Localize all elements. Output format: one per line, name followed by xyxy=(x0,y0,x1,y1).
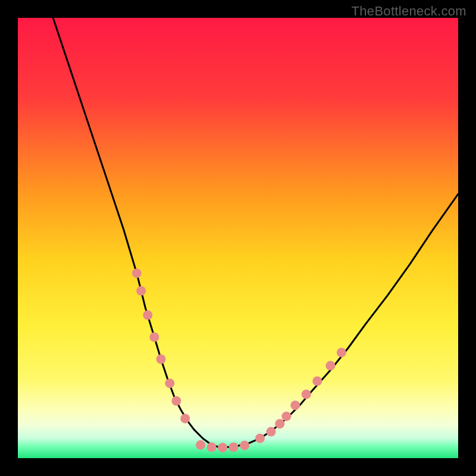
bead-left xyxy=(180,414,190,423)
watermark-text: TheBottleneck.com xyxy=(352,4,466,19)
bead-right xyxy=(281,412,291,421)
bead-bottom xyxy=(240,441,249,450)
bead-left xyxy=(136,286,146,296)
bead-bottom xyxy=(196,440,205,450)
bead-bottom xyxy=(207,443,217,452)
bead-left xyxy=(143,311,152,320)
bead-right xyxy=(255,434,265,443)
bead-left xyxy=(132,268,142,278)
bead-right xyxy=(325,361,335,371)
bead-right xyxy=(312,377,322,386)
chart-svg xyxy=(18,18,458,458)
bead-right xyxy=(275,419,284,428)
gradient-background xyxy=(18,18,458,458)
bead-left xyxy=(165,378,174,388)
bead-right xyxy=(337,347,346,357)
bead-left xyxy=(171,396,181,406)
bead-left xyxy=(156,355,166,364)
bead-bottom xyxy=(218,443,227,452)
bead-right xyxy=(290,400,300,410)
bottleneck-chart xyxy=(18,18,458,458)
bead-right xyxy=(267,427,276,437)
bead-left xyxy=(149,333,159,342)
bead-bottom xyxy=(229,443,239,452)
bead-right xyxy=(302,390,311,399)
